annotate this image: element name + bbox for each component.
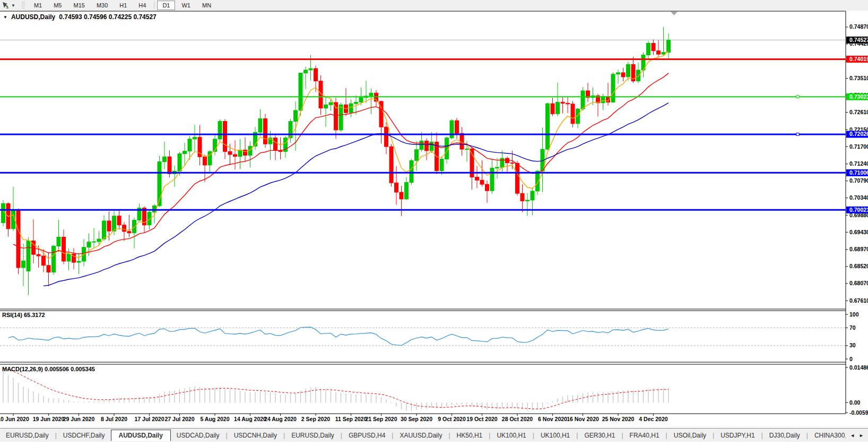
price-badge-0.73023: 0.73023 xyxy=(846,93,868,100)
tab-usdcad-daily[interactable]: USDCAD,Daily xyxy=(171,430,225,441)
candle-body xyxy=(617,73,620,74)
tab-xauusd-daily[interactable]: XAUUSD,Daily xyxy=(394,430,448,441)
timeframe-m15[interactable]: M15 xyxy=(68,1,90,10)
candle-body xyxy=(510,163,514,164)
badge-text: 0.70021 xyxy=(849,207,868,213)
rsi-axis-label: 0 xyxy=(849,356,853,362)
rsi-axis-label: 70 xyxy=(849,324,856,331)
candle-body xyxy=(460,133,464,149)
date-label: 2 Sep 2020 xyxy=(301,416,330,422)
date-label: 30 Sep 2020 xyxy=(401,416,432,422)
candle-body xyxy=(304,70,308,73)
candle-body xyxy=(102,221,106,239)
badge-text: 0.72026 xyxy=(849,131,868,137)
candle-body xyxy=(183,151,187,154)
candle-body xyxy=(274,138,277,150)
candle-body xyxy=(556,102,560,114)
candle-body xyxy=(87,242,91,247)
candle-body xyxy=(627,64,630,76)
candle-body xyxy=(415,150,419,161)
timeframe-h1[interactable]: H1 xyxy=(114,1,132,10)
candle-body xyxy=(117,216,121,225)
tab-china300-h1[interactable]: CHINA300,H1 xyxy=(809,430,846,441)
tab-usdjpy-h1[interactable]: USDJPY,H1 xyxy=(715,430,760,441)
candle-body xyxy=(400,192,403,199)
candle-body xyxy=(289,122,292,138)
hline-handle[interactable] xyxy=(796,133,799,135)
date-label: 9 Oct 2020 xyxy=(438,416,466,422)
price-axis-label: 0.70340 xyxy=(849,194,868,201)
chart-tabs: EURUSD,Daily|USDCHF,DailyAUDUSD,DailyUSD… xyxy=(0,429,846,442)
price-axis-label: 0.74870 xyxy=(849,23,868,30)
tab-uk100-h1[interactable]: UK100,H1 xyxy=(491,430,532,441)
date-label: 11 Sep 2020 xyxy=(335,416,367,422)
tab-ger30-h1[interactable]: GER30,H1 xyxy=(578,430,621,441)
price-axis-label: 0.71700 xyxy=(849,143,868,150)
price-badge-0.71006: 0.71006 xyxy=(846,169,868,176)
timeframe-w1[interactable]: W1 xyxy=(176,1,196,10)
chart-tool-button[interactable]: ▼ xyxy=(0,2,19,9)
candle-body xyxy=(647,44,650,55)
candle-body xyxy=(359,98,363,102)
candle-body xyxy=(193,137,197,139)
candle-body xyxy=(405,183,409,199)
chart-area[interactable]: 0.748700.744200.739700.735100.730600.726… xyxy=(0,11,868,428)
tab-scroll-arrows: ◄ ► xyxy=(846,429,868,442)
candle-body xyxy=(601,97,605,103)
price-axis-label: 0.67610 xyxy=(849,297,868,304)
timeframe-m1[interactable]: M1 xyxy=(29,1,47,10)
candle-body xyxy=(561,102,565,103)
candle-body xyxy=(27,241,30,271)
date-label: 14 Aug 2020 xyxy=(234,416,266,422)
candle-body xyxy=(450,121,454,138)
candle-body xyxy=(163,157,167,161)
toolbar-grip[interactable] xyxy=(22,2,25,9)
date-label: 25 Nov 2020 xyxy=(602,416,635,422)
chevron-down-icon[interactable]: ▼ xyxy=(11,3,15,8)
candle-body xyxy=(67,254,71,261)
candle-body xyxy=(178,154,181,172)
timeframe-m5[interactable]: M5 xyxy=(48,1,67,10)
date-label: 28 Oct 2020 xyxy=(502,416,533,422)
tab-dj30-daily[interactable]: DJ30,Daily xyxy=(763,430,806,441)
date-label: 21 Sep 2020 xyxy=(365,416,397,422)
macd-axis-label: -0.005938 xyxy=(849,409,868,416)
date-label: 27 Jul 2020 xyxy=(164,416,194,422)
candle-body xyxy=(133,220,136,233)
timeframe-m30[interactable]: M30 xyxy=(91,1,113,10)
candle-body xyxy=(107,221,111,231)
tab-scroll-left-icon[interactable]: ◄ xyxy=(850,433,855,438)
current-price-badge: 0.74527 xyxy=(846,37,868,44)
tab-usoil-daily[interactable]: USOil,Daily xyxy=(668,430,712,441)
candle-body xyxy=(531,191,534,200)
candle-body xyxy=(339,105,343,130)
candle-body xyxy=(395,183,398,192)
tab-audusd-daily[interactable]: AUDUSD,Daily xyxy=(111,430,171,441)
tab-scroll-right-icon[interactable]: ► xyxy=(859,433,864,438)
candle-body xyxy=(349,104,353,113)
candle-body xyxy=(188,139,192,151)
timeframe-mn[interactable]: MN xyxy=(197,1,216,10)
tab-fra40-h1[interactable]: FRA40,H1 xyxy=(624,430,665,441)
tab-gbpusd-h4[interactable]: GBPUSD,H4 xyxy=(343,430,391,441)
timeframe-h4[interactable]: H4 xyxy=(133,1,151,10)
hline-handle[interactable] xyxy=(796,96,799,98)
candle-body xyxy=(410,160,413,182)
candle-body xyxy=(57,237,60,246)
collapse-triangle-icon[interactable]: ▼ xyxy=(3,15,7,20)
tab-usdcnh-daily[interactable]: USDCNH,Daily xyxy=(228,430,283,441)
tab-eurusd-daily[interactable]: EURUSD,Daily xyxy=(285,430,340,441)
candle-body xyxy=(37,254,40,256)
tab-usdchf-daily[interactable]: USDCHF,Daily xyxy=(57,430,111,441)
tab-eurusd-daily[interactable]: EURUSD,Daily xyxy=(0,430,55,441)
candle-body xyxy=(662,53,665,55)
price-axis-label: 0.72610 xyxy=(849,109,868,115)
candle-body xyxy=(440,159,444,171)
tab-uk100-h1[interactable]: UK100,H1 xyxy=(535,430,576,441)
timeframe-d1[interactable]: D1 xyxy=(157,1,175,10)
badge-text: 0.73023 xyxy=(849,93,868,100)
chart-management-icon xyxy=(2,2,9,9)
tab-hk50-h1[interactable]: HK50,H1 xyxy=(451,430,489,441)
candle-body xyxy=(218,122,222,139)
chart-ohlc-values: 0.74593 0.74596 0.74225 0.74527 xyxy=(59,13,157,21)
